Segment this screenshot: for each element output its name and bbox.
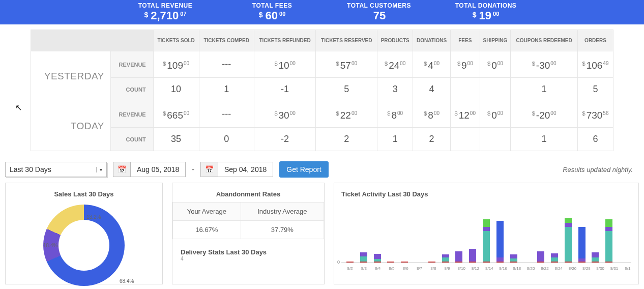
money-value: $000: [487, 110, 503, 121]
metric-total-fees: TOTAL FEES $ 60 00: [219, 2, 326, 22]
bar-segment-purple: [592, 252, 599, 257]
cell: 4: [413, 78, 451, 101]
cell: 1: [511, 78, 578, 101]
x-tick: 8/7: [416, 266, 423, 271]
bar-segment-purple: [496, 257, 504, 262]
bar-segment-teal: [360, 256, 367, 262]
money-value: $-3000: [532, 60, 557, 71]
activity-bar: [483, 219, 490, 263]
activity-bar: [537, 251, 544, 263]
metric-total-donations: TOTAL DONATIONS $ 19 00: [432, 2, 539, 22]
bar-segment-red: [578, 262, 586, 263]
row-sublabel: REVENUE: [110, 51, 153, 78]
cell: [480, 78, 511, 101]
cell: [450, 78, 480, 101]
bar-segment-red: [469, 262, 476, 263]
table-row: YESTERDAY REVENUE $10900 --- $1000 $5700…: [31, 51, 613, 78]
slice-label: 18.4%: [43, 243, 57, 248]
range-preset-value: Last 30 Days: [10, 165, 51, 174]
get-report-button[interactable]: Get Report: [279, 161, 328, 178]
abandon-value: 16.67%: [173, 221, 241, 239]
col-header: DONATIONS: [413, 30, 451, 51]
money-value: $800: [424, 110, 440, 121]
activity-bar: [592, 252, 599, 263]
bar-segment-red: [510, 262, 517, 263]
metric-value: 75: [326, 9, 432, 22]
col-header: TICKETS REFUNDED: [254, 30, 316, 51]
bar-segment-teal: [565, 227, 572, 262]
metric-total-revenue: TOTAL REVENUE $ 2,710 07: [112, 2, 219, 22]
range-preset-select[interactable]: Last 30 Days ▾: [5, 162, 107, 177]
cell-text: ---: [222, 109, 231, 119]
money-value: $2200: [336, 110, 357, 121]
x-tick: 8/24: [554, 266, 562, 271]
date-to-input[interactable]: 📅 Sep 04, 2018: [200, 162, 273, 177]
col-header: TICKETS SOLD: [153, 30, 199, 51]
x-tick: 8/6: [402, 266, 409, 271]
bar-segment-blue: [578, 227, 586, 258]
bar-segment-red: [346, 262, 354, 263]
cell: 6: [578, 128, 613, 151]
metric-value: $ 60 00: [219, 9, 326, 22]
activity-bar: [360, 252, 367, 263]
cell: 1: [377, 128, 413, 151]
bar-segment-purple: [510, 254, 517, 258]
delivery-title: Delivery Stats Last 30 Days: [172, 239, 324, 256]
date-from-input[interactable]: 📅 Aug 05, 2018: [113, 162, 186, 177]
col-header: ORDERS: [578, 30, 613, 51]
bar-segment-red: [442, 262, 449, 263]
col-header: TICKETS RESERVED: [316, 30, 377, 51]
cell: $800: [413, 101, 451, 128]
cell: $1200: [450, 101, 480, 128]
bar-segment-red: [360, 262, 367, 263]
x-tick: 8/28: [582, 266, 590, 271]
date-to-value: Sep 04, 2018: [218, 165, 273, 174]
table-row: COUNT350-221216: [31, 128, 613, 151]
date-separator: -: [192, 165, 194, 174]
x-tick: 8/30: [596, 266, 603, 271]
bar-segment-blue: [496, 221, 504, 257]
x-tick: 8/16: [499, 266, 506, 271]
bar-segment-purple: [360, 252, 367, 256]
row-sublabel: COUNT: [110, 78, 153, 101]
cell: $5700: [316, 51, 377, 78]
cell: 3: [377, 78, 413, 101]
x-tick: 8/10: [457, 266, 464, 271]
money-value: $900: [457, 60, 473, 71]
activity-bar: [401, 262, 408, 263]
money-value: $1200: [455, 110, 476, 121]
x-tick: 8/3: [360, 266, 367, 271]
bar-segment-red: [537, 262, 544, 263]
col-header: TICKETS COMPED: [199, 30, 254, 51]
money-value: $000: [487, 60, 503, 71]
cell: 1: [199, 78, 254, 101]
x-tick: 8/20: [527, 266, 534, 271]
metric-label: TOTAL FEES: [219, 2, 326, 9]
cell: $000: [480, 101, 511, 128]
activity-bar: [387, 262, 394, 263]
slice-label: 13.2%: [86, 214, 101, 220]
money-value: $10649: [582, 60, 609, 71]
bar-segment-teal: [442, 257, 449, 262]
bar-segment-red: [387, 262, 394, 263]
cell: 5: [316, 78, 377, 101]
col-header: FEES: [450, 30, 480, 51]
activity-y-zero: 0: [337, 259, 340, 265]
x-tick: 8/26: [569, 266, 576, 271]
calendar-icon: 📅: [113, 162, 131, 177]
activity-bar: [565, 218, 572, 263]
metric-label: TOTAL REVENUE: [112, 2, 219, 9]
cell: ---: [199, 51, 254, 78]
row-day: TODAY: [31, 101, 111, 151]
x-tick: 8/8: [430, 266, 437, 271]
cell-text: ---: [222, 59, 231, 69]
x-tick: 9/1: [624, 266, 631, 271]
metric-value: $ 19 00: [432, 9, 539, 22]
chevron-down-icon: ▾: [96, 167, 102, 172]
cell: [480, 128, 511, 151]
row-sublabel: REVENUE: [110, 101, 153, 128]
bar-segment-purple: [565, 223, 572, 227]
bar-segment-red: [551, 262, 558, 263]
money-value: $3000: [274, 110, 295, 121]
bar-segment-red: [374, 262, 381, 263]
